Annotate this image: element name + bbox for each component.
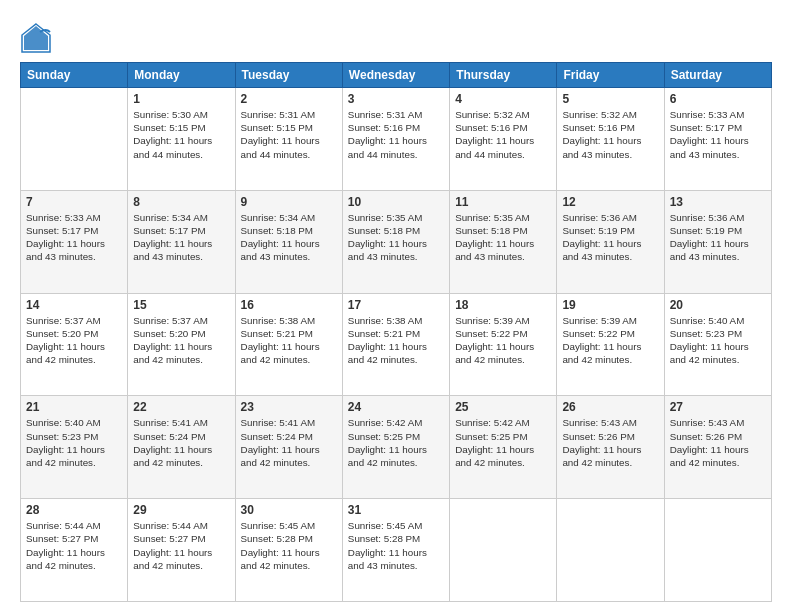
calendar-cell: 19Sunrise: 5:39 AM Sunset: 5:22 PM Dayli… [557,293,664,396]
calendar-table: SundayMondayTuesdayWednesdayThursdayFrid… [20,62,772,602]
cell-info: Sunrise: 5:44 AM Sunset: 5:27 PM Dayligh… [26,519,122,572]
day-number: 6 [670,92,766,106]
cell-info: Sunrise: 5:35 AM Sunset: 5:18 PM Dayligh… [455,211,551,264]
calendar-cell: 30Sunrise: 5:45 AM Sunset: 5:28 PM Dayli… [235,499,342,602]
calendar-cell: 11Sunrise: 5:35 AM Sunset: 5:18 PM Dayli… [450,190,557,293]
day-number: 10 [348,195,444,209]
calendar-cell: 26Sunrise: 5:43 AM Sunset: 5:26 PM Dayli… [557,396,664,499]
cell-info: Sunrise: 5:37 AM Sunset: 5:20 PM Dayligh… [26,314,122,367]
calendar-cell [557,499,664,602]
day-number: 21 [26,400,122,414]
cell-info: Sunrise: 5:42 AM Sunset: 5:25 PM Dayligh… [348,416,444,469]
calendar-cell: 3Sunrise: 5:31 AM Sunset: 5:16 PM Daylig… [342,88,449,191]
calendar-cell: 20Sunrise: 5:40 AM Sunset: 5:23 PM Dayli… [664,293,771,396]
day-number: 8 [133,195,229,209]
cell-info: Sunrise: 5:41 AM Sunset: 5:24 PM Dayligh… [133,416,229,469]
cell-info: Sunrise: 5:31 AM Sunset: 5:15 PM Dayligh… [241,108,337,161]
calendar-cell: 18Sunrise: 5:39 AM Sunset: 5:22 PM Dayli… [450,293,557,396]
weekday-header-row: SundayMondayTuesdayWednesdayThursdayFrid… [21,63,772,88]
cell-info: Sunrise: 5:32 AM Sunset: 5:16 PM Dayligh… [562,108,658,161]
calendar-cell [21,88,128,191]
calendar-cell: 9Sunrise: 5:34 AM Sunset: 5:18 PM Daylig… [235,190,342,293]
calendar-cell: 15Sunrise: 5:37 AM Sunset: 5:20 PM Dayli… [128,293,235,396]
week-row-3: 14Sunrise: 5:37 AM Sunset: 5:20 PM Dayli… [21,293,772,396]
header [20,18,772,54]
page: SundayMondayTuesdayWednesdayThursdayFrid… [0,0,792,612]
day-number: 23 [241,400,337,414]
calendar-cell: 14Sunrise: 5:37 AM Sunset: 5:20 PM Dayli… [21,293,128,396]
cell-info: Sunrise: 5:36 AM Sunset: 5:19 PM Dayligh… [562,211,658,264]
weekday-header-monday: Monday [128,63,235,88]
cell-info: Sunrise: 5:45 AM Sunset: 5:28 PM Dayligh… [241,519,337,572]
cell-info: Sunrise: 5:40 AM Sunset: 5:23 PM Dayligh… [670,314,766,367]
week-row-5: 28Sunrise: 5:44 AM Sunset: 5:27 PM Dayli… [21,499,772,602]
cell-info: Sunrise: 5:37 AM Sunset: 5:20 PM Dayligh… [133,314,229,367]
weekday-header-wednesday: Wednesday [342,63,449,88]
day-number: 31 [348,503,444,517]
calendar-cell: 21Sunrise: 5:40 AM Sunset: 5:23 PM Dayli… [21,396,128,499]
cell-info: Sunrise: 5:44 AM Sunset: 5:27 PM Dayligh… [133,519,229,572]
weekday-header-friday: Friday [557,63,664,88]
calendar-cell: 27Sunrise: 5:43 AM Sunset: 5:26 PM Dayli… [664,396,771,499]
calendar-cell: 6Sunrise: 5:33 AM Sunset: 5:17 PM Daylig… [664,88,771,191]
calendar-cell: 2Sunrise: 5:31 AM Sunset: 5:15 PM Daylig… [235,88,342,191]
calendar-cell: 29Sunrise: 5:44 AM Sunset: 5:27 PM Dayli… [128,499,235,602]
calendar-cell: 24Sunrise: 5:42 AM Sunset: 5:25 PM Dayli… [342,396,449,499]
cell-info: Sunrise: 5:41 AM Sunset: 5:24 PM Dayligh… [241,416,337,469]
day-number: 3 [348,92,444,106]
day-number: 20 [670,298,766,312]
day-number: 13 [670,195,766,209]
day-number: 16 [241,298,337,312]
week-row-4: 21Sunrise: 5:40 AM Sunset: 5:23 PM Dayli… [21,396,772,499]
calendar-cell: 16Sunrise: 5:38 AM Sunset: 5:21 PM Dayli… [235,293,342,396]
calendar-cell: 7Sunrise: 5:33 AM Sunset: 5:17 PM Daylig… [21,190,128,293]
cell-info: Sunrise: 5:39 AM Sunset: 5:22 PM Dayligh… [455,314,551,367]
calendar-cell: 25Sunrise: 5:42 AM Sunset: 5:25 PM Dayli… [450,396,557,499]
weekday-header-sunday: Sunday [21,63,128,88]
calendar-cell: 4Sunrise: 5:32 AM Sunset: 5:16 PM Daylig… [450,88,557,191]
cell-info: Sunrise: 5:39 AM Sunset: 5:22 PM Dayligh… [562,314,658,367]
day-number: 26 [562,400,658,414]
day-number: 25 [455,400,551,414]
calendar-cell: 22Sunrise: 5:41 AM Sunset: 5:24 PM Dayli… [128,396,235,499]
cell-info: Sunrise: 5:40 AM Sunset: 5:23 PM Dayligh… [26,416,122,469]
day-number: 18 [455,298,551,312]
calendar-cell: 13Sunrise: 5:36 AM Sunset: 5:19 PM Dayli… [664,190,771,293]
day-number: 4 [455,92,551,106]
cell-info: Sunrise: 5:34 AM Sunset: 5:17 PM Dayligh… [133,211,229,264]
day-number: 30 [241,503,337,517]
cell-info: Sunrise: 5:34 AM Sunset: 5:18 PM Dayligh… [241,211,337,264]
calendar-cell [664,499,771,602]
day-number: 24 [348,400,444,414]
day-number: 29 [133,503,229,517]
cell-info: Sunrise: 5:42 AM Sunset: 5:25 PM Dayligh… [455,416,551,469]
cell-info: Sunrise: 5:35 AM Sunset: 5:18 PM Dayligh… [348,211,444,264]
cell-info: Sunrise: 5:30 AM Sunset: 5:15 PM Dayligh… [133,108,229,161]
day-number: 12 [562,195,658,209]
calendar-cell [450,499,557,602]
calendar-cell: 17Sunrise: 5:38 AM Sunset: 5:21 PM Dayli… [342,293,449,396]
day-number: 28 [26,503,122,517]
day-number: 19 [562,298,658,312]
day-number: 2 [241,92,337,106]
day-number: 11 [455,195,551,209]
calendar-cell: 10Sunrise: 5:35 AM Sunset: 5:18 PM Dayli… [342,190,449,293]
day-number: 22 [133,400,229,414]
day-number: 27 [670,400,766,414]
cell-info: Sunrise: 5:43 AM Sunset: 5:26 PM Dayligh… [562,416,658,469]
day-number: 9 [241,195,337,209]
day-number: 17 [348,298,444,312]
cell-info: Sunrise: 5:38 AM Sunset: 5:21 PM Dayligh… [241,314,337,367]
calendar-cell: 31Sunrise: 5:45 AM Sunset: 5:28 PM Dayli… [342,499,449,602]
calendar-cell: 28Sunrise: 5:44 AM Sunset: 5:27 PM Dayli… [21,499,128,602]
day-number: 1 [133,92,229,106]
calendar-cell: 5Sunrise: 5:32 AM Sunset: 5:16 PM Daylig… [557,88,664,191]
calendar-cell: 8Sunrise: 5:34 AM Sunset: 5:17 PM Daylig… [128,190,235,293]
logo [20,22,56,54]
cell-info: Sunrise: 5:36 AM Sunset: 5:19 PM Dayligh… [670,211,766,264]
cell-info: Sunrise: 5:45 AM Sunset: 5:28 PM Dayligh… [348,519,444,572]
cell-info: Sunrise: 5:33 AM Sunset: 5:17 PM Dayligh… [26,211,122,264]
calendar-cell: 12Sunrise: 5:36 AM Sunset: 5:19 PM Dayli… [557,190,664,293]
day-number: 7 [26,195,122,209]
week-row-1: 1Sunrise: 5:30 AM Sunset: 5:15 PM Daylig… [21,88,772,191]
